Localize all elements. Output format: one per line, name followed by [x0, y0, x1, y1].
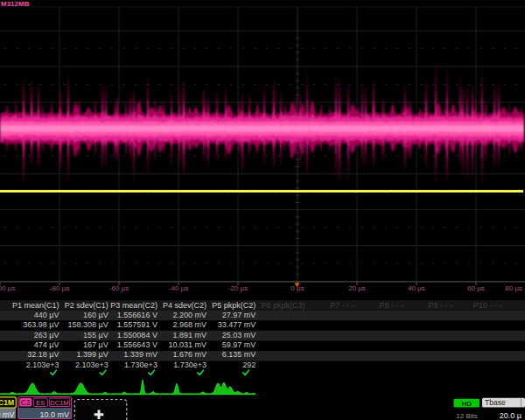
svg-text:1.676 mV: 1.676 mV [173, 350, 207, 359]
svg-text:60 µs: 60 µs [467, 284, 485, 292]
svg-text:32.18 µV: 32.18 µV [27, 350, 59, 359]
svg-text:1.399 µV: 1.399 µV [76, 350, 108, 359]
svg-text:1.550084 V: 1.550084 V [117, 331, 158, 340]
svg-text:P9 - - -: P9 - - - [429, 301, 453, 310]
svg-text:6.135 mV: 6.135 mV [222, 350, 256, 359]
svg-text:1.556643 V: 1.556643 V [117, 340, 158, 349]
svg-text:33.477 mV: 33.477 mV [218, 320, 256, 329]
svg-text:1.730e+3: 1.730e+3 [173, 360, 206, 369]
svg-text:155 µV: 155 µV [83, 331, 108, 340]
svg-text:27.97 mV: 27.97 mV [222, 311, 256, 319]
svg-text:440 µV: 440 µV [34, 311, 60, 319]
svg-text:10.0 mV: 10.0 mV [39, 410, 69, 419]
svg-text:-80 µs: -80 µs [50, 284, 69, 292]
svg-text:P6 pkpk(C3): P6 pkpk(C3) [261, 301, 304, 310]
svg-text:263 µV: 263 µV [34, 331, 60, 340]
svg-text:P10 - - -: P10 - - - [473, 301, 502, 310]
svg-text:ES: ES [36, 399, 45, 407]
svg-text:167 µV: 167 µV [83, 340, 108, 349]
svg-text:C1M: C1M [0, 398, 14, 407]
svg-text:474 µV: 474 µV [34, 340, 60, 349]
svg-text:1.556616 V: 1.556616 V [117, 311, 158, 319]
svg-text:P4 sdev(C2): P4 sdev(C2) [163, 301, 206, 310]
svg-text:363.98 µV: 363.98 µV [23, 320, 59, 329]
svg-text:1.891 mV: 1.891 mV [173, 331, 207, 340]
svg-text:C2: C2 [21, 398, 31, 407]
svg-text:40 µs: 40 µs [408, 284, 425, 292]
svg-text:1.339 mV: 1.339 mV [123, 350, 158, 359]
svg-text:158.308 µV: 158.308 µV [67, 320, 108, 329]
svg-text:-100 µs: -100 µs [0, 284, 15, 292]
svg-text:M312MB: M312MB [1, 0, 30, 8]
svg-text:-40 µs: -40 µs [169, 284, 188, 292]
svg-text:20.0 µ: 20.0 µ [500, 411, 522, 420]
svg-text:2.103e+3: 2.103e+3 [75, 360, 108, 369]
svg-text:160 µV: 160 µV [83, 311, 108, 319]
svg-text:-20 µs: -20 µs [228, 284, 248, 292]
svg-text:P7 - - -: P7 - - - [330, 301, 354, 310]
svg-text:12 Bits: 12 Bits [456, 412, 477, 420]
svg-text:-60 µs: -60 µs [109, 284, 129, 292]
svg-text:25.03 mV: 25.03 mV [222, 331, 256, 340]
svg-text:2.103e+3: 2.103e+3 [26, 360, 60, 369]
svg-text:P2 sdev(C1): P2 sdev(C1) [65, 301, 108, 310]
svg-text:1.730e+3: 1.730e+3 [124, 360, 158, 369]
svg-text:59.97 mV: 59.97 mV [222, 340, 256, 349]
svg-text:0 mV: 0 mV [0, 410, 15, 419]
svg-text:P8 - - -: P8 - - - [379, 301, 403, 310]
svg-text:2.200 mV: 2.200 mV [173, 311, 207, 319]
svg-text:10.031 mV: 10.031 mV [169, 340, 207, 349]
svg-text:HD: HD [461, 400, 472, 408]
svg-text:292: 292 [242, 360, 256, 369]
svg-text:80 µs: 80 µs [505, 284, 522, 292]
svg-text:1.557591 V: 1.557591 V [117, 320, 158, 329]
svg-text:P5 pkpk(C2): P5 pkpk(C2) [212, 301, 256, 310]
svg-text:Tbase: Tbase [485, 398, 506, 407]
svg-text:P1 mean(C1): P1 mean(C1) [12, 301, 60, 310]
svg-text:2.968 mV: 2.968 mV [173, 320, 207, 329]
svg-text:P3 mean(C2): P3 mean(C2) [110, 301, 158, 310]
svg-text:20 µs: 20 µs [348, 284, 366, 292]
svg-text:DC1M: DC1M [50, 399, 68, 407]
